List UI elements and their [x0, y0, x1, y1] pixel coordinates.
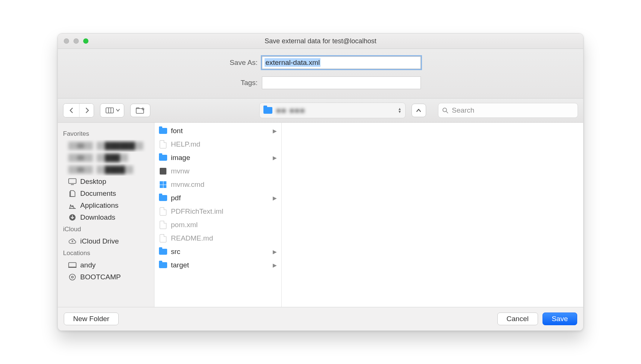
- chevron-right-icon: ▶: [273, 262, 277, 268]
- group-button[interactable]: [130, 104, 150, 117]
- search-input[interactable]: [451, 106, 574, 115]
- file-icon: [159, 221, 167, 229]
- sidebar-item-label: iCloud Drive: [80, 237, 119, 245]
- file-name: HELP.md: [171, 140, 200, 148]
- columns-icon: [106, 107, 114, 113]
- file-name: README.md: [171, 234, 213, 242]
- file-icon: [159, 234, 167, 242]
- chevron-right-icon: ▶: [273, 128, 277, 134]
- sidebar-item-label: Documents: [80, 189, 116, 198]
- sidebar-item-label: BOOTCAMP: [80, 273, 121, 281]
- file-name: mvnw.cmd: [171, 181, 204, 189]
- new-folder-icon: [136, 107, 145, 114]
- chevron-down-icon: [116, 109, 120, 112]
- sidebar-item[interactable]: ██████: [58, 140, 154, 152]
- file-icon: [159, 207, 167, 216]
- view-mode-button[interactable]: [100, 104, 124, 117]
- current-folder-name: ■■ ■■■: [276, 106, 305, 115]
- file-row[interactable]: target▶: [154, 258, 281, 272]
- file-name: src: [171, 248, 180, 256]
- close-window-button[interactable]: [64, 38, 69, 44]
- blur-icon: [68, 142, 93, 150]
- path-popup-button[interactable]: ■■ ■■■ ▲▼: [259, 103, 406, 118]
- tags-label: Tags:: [58, 79, 262, 87]
- chevron-right-icon: [85, 107, 90, 113]
- search-icon: [442, 107, 448, 114]
- sidebar-heading: Favorites: [58, 128, 154, 140]
- computer-icon: [68, 261, 76, 269]
- desktop-icon: [68, 178, 76, 186]
- file-row[interactable]: src▶: [154, 245, 281, 258]
- save-as-value-selected: external-data.xml: [265, 58, 320, 67]
- file-name: font: [171, 127, 183, 135]
- sidebar-item[interactable]: Desktop: [58, 176, 154, 188]
- sidebar-item[interactable]: Downloads: [58, 211, 154, 223]
- save-dialog-window: Save external data for test@localhost Sa…: [57, 33, 584, 331]
- traffic-lights: [58, 38, 88, 44]
- chevron-right-icon: ▶: [273, 195, 277, 201]
- chevron-right-icon: ▶: [273, 155, 277, 161]
- file-name: image: [171, 154, 190, 162]
- sidebar-item[interactable]: ████: [58, 164, 154, 176]
- windows-icon: [159, 181, 167, 189]
- file-name: target: [171, 261, 189, 269]
- sidebar-item[interactable]: andy: [58, 259, 154, 271]
- detail-column: [282, 123, 583, 307]
- sidebar-item-label: andy: [80, 261, 96, 269]
- file-row: HELP.md: [154, 138, 281, 151]
- file-row[interactable]: font▶: [154, 124, 281, 138]
- sidebar-item[interactable]: BOOTCAMP: [58, 271, 154, 283]
- dialog-footer: New Folder Cancel Save: [58, 307, 583, 330]
- svg-rect-12: [69, 263, 76, 267]
- sidebar-item-label: Downloads: [80, 213, 115, 222]
- exec-icon: [159, 167, 167, 175]
- file-name: mvnw: [171, 167, 190, 175]
- forward-button[interactable]: [79, 104, 94, 117]
- folder-icon: [159, 154, 167, 162]
- updown-stepper-icon: ▲▼: [398, 107, 401, 113]
- chevron-left-icon: [69, 107, 74, 113]
- sidebar-item[interactable]: iCloud Drive: [58, 235, 154, 247]
- applications-icon: [68, 201, 76, 210]
- file-row: PDFRichText.iml: [154, 205, 281, 218]
- sidebar-item[interactable]: Documents: [58, 188, 154, 200]
- folder-icon: [159, 194, 167, 202]
- file-name: PDFRichText.iml: [171, 207, 223, 216]
- file-row: mvnw.cmd: [154, 178, 281, 191]
- save-button[interactable]: Save: [542, 313, 577, 325]
- sidebar: Favorites█████████████DesktopDocumentsAp…: [58, 123, 154, 307]
- sidebar-item[interactable]: Applications: [58, 200, 154, 211]
- file-browser-toolbar: ■■ ■■■ ▲▼: [58, 98, 583, 123]
- title-bar: Save external data for test@localhost: [58, 34, 583, 49]
- file-row: pom.xml: [154, 218, 281, 232]
- disk-icon: [68, 273, 76, 281]
- sidebar-item-label: Desktop: [80, 178, 106, 186]
- cancel-button[interactable]: Cancel: [497, 313, 538, 325]
- maximize-window-button[interactable]: [83, 38, 88, 44]
- search-field-wrap[interactable]: [438, 103, 578, 118]
- file-browser: Favorites█████████████DesktopDocumentsAp…: [58, 123, 583, 307]
- svg-rect-13: [68, 267, 76, 268]
- save-as-label: Save As:: [58, 59, 262, 67]
- new-folder-button[interactable]: New Folder: [64, 313, 119, 325]
- back-button[interactable]: [63, 104, 79, 117]
- chevron-up-icon: [416, 108, 421, 113]
- file-name: pom.xml: [171, 221, 198, 229]
- svg-rect-0: [106, 108, 113, 113]
- sidebar-item-label: ███: [97, 154, 128, 162]
- sidebar-heading: iCloud: [58, 223, 154, 235]
- documents-icon: [68, 189, 76, 198]
- folder-icon: [159, 248, 167, 256]
- tags-input[interactable]: [262, 76, 421, 89]
- sidebar-heading: Locations: [58, 247, 154, 259]
- minimize-window-button[interactable]: [74, 38, 79, 44]
- svg-rect-8: [69, 179, 76, 183]
- collapse-button[interactable]: [412, 104, 426, 117]
- file-row[interactable]: image▶: [154, 151, 281, 164]
- file-row[interactable]: pdf▶: [154, 191, 281, 205]
- folder-icon: [159, 127, 167, 135]
- sidebar-item-label: ██████: [97, 142, 143, 150]
- view-mode-segment: [100, 103, 124, 117]
- svg-line-7: [446, 112, 448, 113]
- sidebar-item[interactable]: ███: [58, 152, 154, 164]
